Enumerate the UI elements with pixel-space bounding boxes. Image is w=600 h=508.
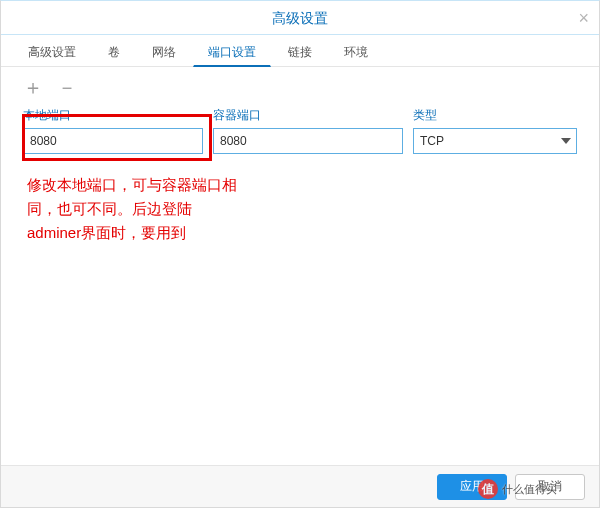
- port-row: [1, 128, 599, 154]
- header-container-port: 容器端口: [213, 107, 403, 124]
- apply-button[interactable]: 应用: [437, 474, 507, 500]
- header-type: 类型: [413, 107, 577, 124]
- cancel-button[interactable]: 取消: [515, 474, 585, 500]
- tab-strip: 高级设置 卷 网络 端口设置 链接 环境: [1, 35, 599, 67]
- dialog-footer: 应用 取消 值 什么值得买: [1, 465, 599, 507]
- add-row-icon[interactable]: ＋: [23, 77, 43, 97]
- tab-port-settings[interactable]: 端口设置: [193, 36, 271, 67]
- type-select[interactable]: [413, 128, 577, 154]
- advanced-settings-dialog: 高级设置 × 高级设置 卷 网络 端口设置 链接 环境 ＋ － 本地端口 容器端…: [0, 0, 600, 508]
- tab-network[interactable]: 网络: [137, 36, 191, 67]
- tab-volume[interactable]: 卷: [93, 36, 135, 67]
- annotation-text: 修改本地端口，可与容器端口相同，也可不同。后边登陆adminer界面时，要用到: [27, 173, 237, 245]
- close-icon[interactable]: ×: [578, 1, 589, 35]
- local-port-input[interactable]: [23, 128, 203, 154]
- container-port-input[interactable]: [213, 128, 403, 154]
- dialog-titlebar: 高级设置 ×: [1, 1, 599, 35]
- tab-environment[interactable]: 环境: [329, 36, 383, 67]
- row-toolbar: ＋ －: [1, 67, 599, 103]
- tab-advanced[interactable]: 高级设置: [13, 36, 91, 67]
- header-local-port: 本地端口: [23, 107, 203, 124]
- remove-row-icon[interactable]: －: [57, 77, 77, 97]
- dialog-title: 高级设置: [272, 10, 328, 26]
- column-headers: 本地端口 容器端口 类型: [1, 107, 599, 124]
- tab-links[interactable]: 链接: [273, 36, 327, 67]
